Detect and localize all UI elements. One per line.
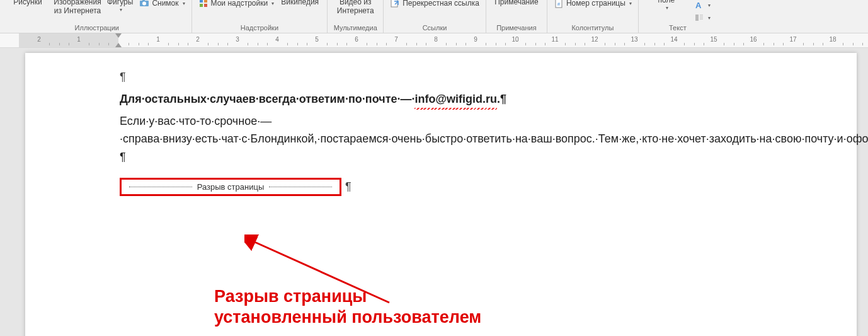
- svg-rect-3: [200, 0, 203, 3]
- cross-ref-icon: [390, 0, 400, 8]
- svg-text:A: A: [695, 1, 702, 10]
- comment-button[interactable]: Примечание: [490, 0, 543, 7]
- group-text: Текстовое поле ▾ ▾ A▾ ▾ Текст: [639, 0, 717, 33]
- horizontal-ruler[interactable]: 2112345678910111213141516171819: [0, 33, 868, 48]
- comment-label: Примечание: [494, 0, 538, 7]
- shapes-button[interactable]: Фигуры ▾: [106, 0, 134, 13]
- svg-rect-12: [695, 14, 699, 21]
- svg-rect-6: [204, 4, 207, 7]
- cross-reference-label: Перекрестная ссылка: [403, 0, 479, 8]
- chevron-down-icon: ▾: [666, 5, 668, 11]
- screenshot-button[interactable]: Снимок ▾: [137, 0, 187, 9]
- textbox-button[interactable]: Текстовое поле ▾: [642, 0, 690, 11]
- drop-cap-button[interactable]: ▾: [692, 12, 713, 23]
- svg-rect-2: [142, 0, 145, 1]
- screenshot-label: Снимок: [152, 0, 178, 8]
- group-addins-label: Надстройки: [196, 23, 324, 32]
- page-number-button[interactable]: # Номер страницы ▾: [551, 0, 634, 9]
- addins-icon: [198, 0, 208, 8]
- page-number-label: Номер страницы: [566, 0, 625, 8]
- group-addins: Мои надстройки ▾ Википедия Надстройки: [192, 0, 328, 33]
- chevron-down-icon: ▾: [708, 3, 711, 8]
- document-page[interactable]: ¶ Для·остальных·случаев·всегда·ответим·п…: [25, 53, 857, 336]
- drop-cap-icon: [694, 13, 704, 23]
- chevron-down-icon: ▾: [120, 7, 122, 13]
- chevron-down-icon: ▾: [708, 15, 711, 21]
- document-workspace: ¶ Для·остальных·случаев·всегда·ответим·п…: [0, 48, 868, 336]
- group-illustrations: Рисунки Изображения из Интернета Фигуры …: [3, 0, 192, 33]
- wikipedia-button[interactable]: Википедия: [277, 0, 323, 7]
- online-pictures-label: Изображения из Интернета: [54, 0, 101, 16]
- my-addins-label: Мои надстройки: [211, 0, 268, 8]
- shapes-label: Фигуры: [107, 0, 133, 7]
- ribbon: Рисунки Изображения из Интернета Фигуры …: [0, 0, 868, 33]
- group-comments: Примечание Примечания: [486, 0, 547, 33]
- wikipedia-label: Википедия: [281, 0, 319, 7]
- chevron-down-icon: ▾: [629, 1, 632, 6]
- svg-point-1: [142, 2, 146, 6]
- group-media: Видео из Интернета Мультимедиа: [328, 0, 384, 33]
- page-break-label: Разрыв страницы: [195, 182, 267, 192]
- group-links: Перекрестная ссылка Ссылки: [384, 0, 486, 33]
- page-number-icon: #: [554, 0, 564, 8]
- online-video-label: Видео из Интернета: [337, 0, 374, 16]
- my-addins-button[interactable]: Мои надстройки ▾: [196, 0, 277, 9]
- paragraph-empty: ¶: [120, 68, 819, 86]
- insert-pictures-label: Рисунки: [13, 0, 42, 7]
- svg-text:#: #: [557, 1, 561, 7]
- paragraph-bold-text: Для·остальных·случаев·всегда·ответим·по·…: [120, 93, 506, 105]
- spellcheck-squiggle: info@wifigid.ru: [414, 90, 497, 108]
- page-break-leader: [129, 187, 192, 187]
- annotation-text: Разрыв страницы установленный пользовате…: [214, 286, 481, 328]
- page-break-leader: [269, 187, 332, 187]
- pilcrow-icon: ¶: [120, 71, 126, 83]
- paragraph-body: Если·у·вас·что-то·срочное·—·справа·внизу…: [120, 112, 819, 166]
- paragraph-bold: Для·остальных·случаев·всегда·ответим·по·…: [120, 90, 819, 108]
- online-pictures-button[interactable]: Изображения из Интернета: [49, 0, 106, 16]
- online-video-button[interactable]: Видео из Интернета: [331, 0, 379, 16]
- wordart-button[interactable]: A▾: [692, 0, 713, 11]
- wordart-icon: A: [694, 0, 704, 10]
- group-text-label: Текст: [642, 23, 713, 32]
- pilcrow-icon: ¶: [345, 180, 351, 194]
- group-headerfooter-label: Колонтитулы: [551, 23, 634, 32]
- textbox-label: Текстовое поле: [649, 0, 684, 5]
- chevron-down-icon: ▾: [271, 1, 274, 6]
- cross-reference-button[interactable]: Перекрестная ссылка: [387, 0, 482, 9]
- page-break-row: Разрыв страницы ¶: [120, 178, 819, 196]
- group-illustrations-label: Иллюстрации: [6, 23, 188, 32]
- camera-icon: [139, 0, 149, 8]
- chevron-down-icon: ▾: [183, 1, 185, 6]
- group-comments-label: Примечания: [490, 23, 543, 32]
- group-headerfooter: # Номер страницы ▾ Колонтитулы: [547, 0, 639, 33]
- group-media-label: Мультимедиа: [331, 23, 379, 32]
- page-break-highlight-box: Разрыв страницы: [120, 178, 341, 196]
- svg-rect-4: [204, 0, 207, 3]
- svg-rect-5: [200, 4, 203, 7]
- group-links-label: Ссылки: [387, 23, 482, 32]
- insert-pictures-button[interactable]: Рисунки: [6, 0, 49, 7]
